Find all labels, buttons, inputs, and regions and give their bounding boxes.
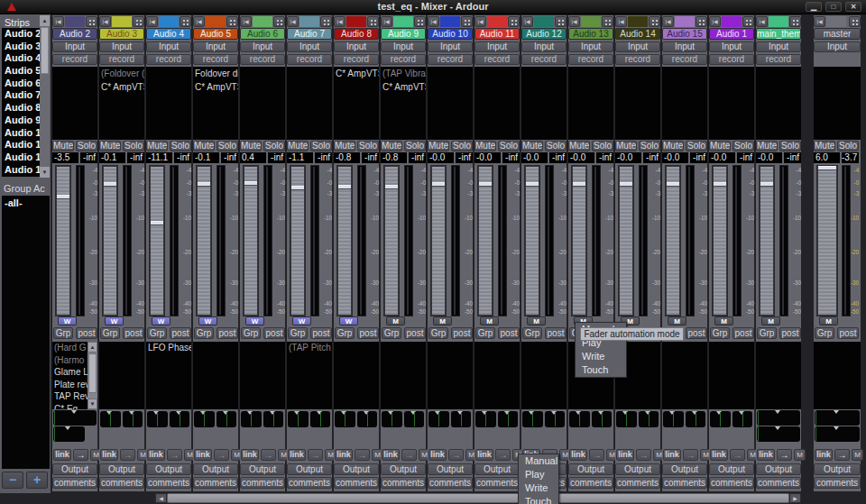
strip-size-icon[interactable]	[133, 16, 144, 27]
pan-control-left[interactable]	[428, 411, 449, 427]
output-button[interactable]: Output	[474, 463, 520, 475]
peak-display[interactable]: -inf	[221, 152, 238, 163]
processor-box-postfader[interactable]	[381, 342, 426, 409]
pan-control-1[interactable]	[53, 410, 97, 426]
comments-button[interactable]: comments	[193, 477, 238, 489]
mute-button[interactable]: Mute	[474, 141, 496, 151]
gain-fader[interactable]	[290, 165, 306, 316]
record-button[interactable]: record	[474, 54, 520, 65]
pan-slider-icon[interactable]	[716, 411, 722, 415]
pan-link-button[interactable]: link	[616, 449, 634, 461]
processor-entry[interactable]: LFO Phaser	[146, 342, 191, 354]
pan-control-left[interactable]	[288, 411, 309, 427]
solo-button[interactable]: Solo	[216, 141, 238, 151]
gain-fader[interactable]	[712, 165, 728, 316]
gain-fader[interactable]	[430, 165, 447, 316]
meter-point-button[interactable]: post	[123, 327, 144, 339]
gain-fader[interactable]	[524, 165, 540, 316]
pan-automation-button[interactable]: M	[852, 449, 863, 461]
pan-slider-icon[interactable]	[457, 411, 463, 415]
fader-handle[interactable]	[479, 182, 492, 187]
processor-entry[interactable]: C* AmpVTS	[99, 80, 144, 94]
meter-point-button[interactable]: post	[310, 327, 332, 339]
record-button[interactable]: record	[240, 54, 285, 65]
processor-box-postfader[interactable]	[709, 342, 754, 409]
pan-link-button[interactable]: link	[288, 449, 306, 461]
mute-button[interactable]: Mute	[334, 141, 355, 151]
peak-display[interactable]: -3.7	[842, 152, 859, 163]
maximize-button[interactable]: □	[825, 2, 842, 12]
strip-color-swatch[interactable]	[65, 16, 85, 27]
solo-button[interactable]: Solo	[639, 141, 660, 151]
strip-name-button[interactable]: Audio 12	[521, 28, 567, 40]
record-button[interactable]: record	[99, 54, 144, 65]
strip-color-swatch[interactable]	[440, 16, 460, 27]
mute-button[interactable]: Mute	[193, 141, 215, 151]
strip-color-swatch[interactable]	[826, 16, 846, 27]
hide-strip-icon[interactable]: |◀	[756, 16, 768, 27]
pan-slider-icon[interactable]	[388, 411, 393, 415]
fader-handle[interactable]	[714, 182, 726, 187]
gain-fader[interactable]	[102, 165, 118, 316]
strip-name-button[interactable]: Audio 11	[474, 28, 520, 40]
scroll-right-icon[interactable]: ▶	[789, 493, 801, 503]
comments-button[interactable]: comments	[568, 477, 613, 489]
pan-control-left[interactable]	[335, 411, 355, 427]
hide-strip-icon[interactable]: |◀	[615, 16, 627, 27]
gain-fader[interactable]	[243, 165, 259, 316]
record-button[interactable]: record	[381, 54, 426, 65]
pan-link-button[interactable]: link	[428, 449, 447, 461]
peak-display[interactable]: -inf	[268, 152, 285, 163]
record-button[interactable]: record	[146, 54, 191, 65]
horizontal-scrollbar[interactable]: ◀ ▶	[155, 493, 801, 503]
strip-size-icon[interactable]	[555, 16, 567, 27]
pan-control-2[interactable]	[815, 426, 860, 442]
strip-color-swatch[interactable]	[393, 16, 413, 27]
fader-handle[interactable]	[818, 166, 836, 170]
mute-button[interactable]: Mute	[568, 141, 590, 151]
meter-point-button[interactable]: post	[498, 327, 520, 339]
peak-display[interactable]: -inf	[596, 152, 613, 163]
hide-strip-icon[interactable]: |◀	[474, 16, 486, 27]
pan-link-direction-icon[interactable]: →	[167, 449, 182, 461]
hide-strip-icon[interactable]: |◀	[240, 16, 252, 27]
strip-size-icon[interactable]	[649, 16, 660, 27]
meter-point-button[interactable]: post	[404, 327, 426, 339]
peak-display[interactable]: -inf	[127, 152, 144, 163]
pan-slider-icon[interactable]	[504, 411, 510, 415]
meter-point-button[interactable]: post	[170, 327, 191, 339]
strip-size-icon[interactable]	[742, 16, 754, 27]
strip-size-icon[interactable]	[226, 16, 238, 27]
pan-control-right[interactable]	[592, 411, 613, 427]
hide-strip-icon[interactable]: |◀	[193, 16, 205, 27]
peak-display[interactable]: -inf	[80, 152, 97, 163]
gain-automation-button[interactable]: W	[198, 316, 217, 325]
comments-button[interactable]: comments	[615, 477, 660, 489]
gain-automation-button[interactable]: W	[292, 316, 311, 325]
pan-link-direction-icon[interactable]: →	[834, 449, 850, 461]
processor-entry[interactable]: C* AmpVTS	[381, 80, 426, 94]
pan-control-right[interactable]	[498, 411, 519, 427]
pan-control-right[interactable]	[170, 411, 190, 427]
comments-button[interactable]: comments	[287, 477, 332, 489]
strip-color-swatch[interactable]	[299, 16, 319, 27]
solo-button[interactable]: Solo	[263, 141, 285, 151]
hide-strip-icon[interactable]: |◀	[52, 16, 64, 27]
scroll-thumb[interactable]	[41, 27, 49, 74]
output-button[interactable]: Output	[381, 463, 426, 475]
fader-handle[interactable]	[57, 195, 69, 199]
pan-control-right[interactable]	[357, 411, 378, 427]
processor-box-postfader[interactable]	[334, 342, 379, 409]
gain-display[interactable]: -0.1	[99, 152, 125, 163]
hide-strip-icon[interactable]: |◀	[814, 16, 825, 27]
pan-control-right[interactable]	[263, 411, 284, 427]
hscroll-thumb[interactable]	[167, 493, 789, 503]
processor-entry[interactable]: Foldover di	[193, 67, 238, 80]
gain-display[interactable]: -0.0	[474, 152, 501, 163]
processor-box-prefader[interactable]	[240, 67, 285, 140]
mute-button[interactable]: Mute	[709, 141, 731, 151]
pan-link-direction-icon[interactable]: →	[589, 449, 604, 461]
mute-button[interactable]: Mute	[428, 141, 449, 151]
processor-box-prefader[interactable]	[521, 67, 567, 140]
pan-automation-button[interactable]: M	[794, 449, 806, 461]
